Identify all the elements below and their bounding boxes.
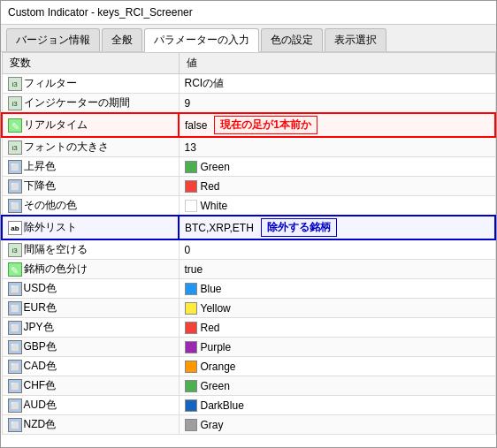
table-row[interactable]: ⬜USD色Blue — [2, 279, 495, 299]
param-value-cell: false現在の足が1本前か — [179, 113, 495, 137]
tab-version[interactable]: バージョン情報 — [6, 28, 100, 51]
param-name-cell: ⬜USD色 — [2, 279, 179, 299]
tab-params[interactable]: パラメーターの入力 — [144, 28, 259, 52]
table-row[interactable]: ⬜JPY色Red — [2, 318, 495, 338]
param-name-label: CAD色 — [24, 359, 57, 374]
param-name-label: 間隔を空ける — [24, 242, 88, 257]
param-value-label: 0 — [185, 244, 191, 256]
param-value-label: Yellow — [201, 302, 231, 315]
tab-display[interactable]: 表示選択 — [325, 28, 386, 51]
param-icon-i3: i3 — [8, 96, 22, 110]
table-row[interactable]: ✎リアルタイムfalse現在の足が1本前か — [2, 113, 495, 137]
param-value-cell: Yellow — [179, 299, 495, 318]
color-swatch — [185, 302, 197, 315]
param-name-label: USD色 — [24, 281, 57, 296]
tab-all[interactable]: 全般 — [102, 28, 142, 51]
param-value-cell: Blue — [179, 279, 495, 299]
param-icon-monitor: ⬜ — [8, 199, 22, 213]
table-row[interactable]: ⬜EUR色Yellow — [2, 299, 495, 318]
param-name-label: AUD色 — [24, 398, 57, 413]
param-value-label: Purple — [201, 341, 232, 353]
table-wrapper: 変数 値 i3フィルターRCIの値i3インジケーターの期間9✎リアルタイムfal… — [1, 52, 496, 447]
table-row[interactable]: ab除外リストBTC,XRP,ETH除外する銘柄 — [2, 216, 495, 239]
table-row[interactable]: ⬜GBP色Purple — [2, 338, 495, 357]
param-icon-monitor: ⬜ — [8, 321, 22, 335]
param-icon-monitor: ⬜ — [8, 399, 22, 413]
param-name-cell: ab除外リスト — [2, 216, 179, 239]
table-row[interactable]: ⬜CAD色Orange — [2, 357, 495, 376]
param-name-cell: ⬜CAD色 — [2, 357, 179, 376]
table-row[interactable]: i3間隔を空ける0 — [2, 239, 495, 260]
param-name-cell: ⬜上昇色 — [2, 157, 179, 177]
col-header-val: 値 — [179, 53, 495, 74]
param-name-label: NZD色 — [24, 417, 57, 432]
param-name-label: 銘柄の色分け — [24, 262, 88, 277]
table-row[interactable]: ⬜その他の色White — [2, 196, 495, 216]
param-icon-pencil: ✎ — [8, 262, 22, 277]
param-value-label: true — [185, 263, 203, 276]
param-icon-i3: i3 — [8, 77, 22, 91]
color-swatch — [185, 200, 197, 212]
param-value-cell: Purple — [179, 338, 495, 357]
param-icon-monitor: ⬜ — [8, 179, 22, 194]
param-value-label: Green — [201, 380, 230, 392]
param-value-label: RCIの値 — [185, 76, 225, 91]
color-swatch — [185, 322, 197, 334]
param-name-label: EUR色 — [24, 300, 57, 315]
main-content: 変数 値 i3フィルターRCIの値i3インジケーターの期間9✎リアルタイムfal… — [1, 52, 496, 447]
param-name-label: 除外リスト — [24, 220, 77, 235]
param-name-cell: i3間隔を空ける — [2, 239, 179, 260]
table-row[interactable]: ✎銘柄の色分けtrue — [2, 260, 495, 279]
param-name-label: GBP色 — [24, 339, 57, 354]
tab-color[interactable]: 色の設定 — [261, 28, 323, 51]
param-value-cell: Green — [179, 376, 495, 396]
param-name-cell: i3インジケーターの期間 — [2, 94, 179, 114]
param-value-cell: Green — [179, 157, 495, 177]
param-value-label: Blue — [201, 283, 222, 295]
param-value-cell: 13 — [179, 137, 495, 157]
param-name-cell: ⬜下降色 — [2, 177, 179, 196]
table-row[interactable]: ⬜NZD色Gray — [2, 415, 495, 435]
param-icon-i3: i3 — [8, 243, 22, 257]
param-value-cell: RCIの値 — [179, 74, 495, 94]
params-table: 変数 値 i3フィルターRCIの値i3インジケーターの期間9✎リアルタイムfal… — [1, 52, 496, 435]
color-swatch — [185, 341, 197, 353]
table-row[interactable]: ⬜AUD色DarkBlue — [2, 396, 495, 415]
param-value-label: BTC,XRP,ETH — [185, 222, 254, 234]
param-value-cell: Red — [179, 177, 495, 196]
color-swatch — [185, 161, 197, 173]
param-name-label: 上昇色 — [24, 159, 56, 174]
color-swatch — [185, 399, 197, 412]
table-row[interactable]: ⬜上昇色Green — [2, 157, 495, 177]
param-value-cell: 0 — [179, 239, 495, 260]
param-name-cell: i3フォントの大きさ — [2, 137, 179, 157]
table-row[interactable]: i3フォントの大きさ13 — [2, 137, 495, 157]
param-value-cell: Orange — [179, 357, 495, 376]
param-icon-pencil: ✎ — [8, 118, 22, 133]
param-name-cell: ⬜GBP色 — [2, 338, 179, 357]
param-value-label: 13 — [185, 141, 196, 154]
table-row[interactable]: ⬜下降色Red — [2, 177, 495, 196]
param-name-label: その他の色 — [24, 198, 77, 213]
color-swatch — [185, 180, 197, 193]
param-icon-monitor: ⬜ — [8, 282, 22, 296]
table-row[interactable]: ⬜CHF色Green — [2, 376, 495, 396]
annotation-callout: 現在の足が1本前か — [214, 116, 317, 134]
tab-bar: バージョン情報全般パラメーターの入力色の設定表示選択 — [1, 25, 496, 52]
table-row[interactable]: i3フィルターRCIの値 — [2, 74, 495, 94]
color-swatch — [185, 283, 197, 295]
param-value-label: Green — [201, 161, 230, 173]
param-value-label: Red — [201, 180, 220, 193]
param-value-cell: true — [179, 260, 495, 279]
param-icon-ab: ab — [8, 221, 22, 235]
param-value-label: 9 — [185, 97, 191, 110]
table-row[interactable]: i3インジケーターの期間9 — [2, 94, 495, 114]
param-value-cell: DarkBlue — [179, 396, 495, 415]
param-name-label: CHF色 — [24, 378, 57, 393]
color-swatch — [185, 380, 197, 392]
param-value-cell: White — [179, 196, 495, 216]
param-icon-monitor: ⬜ — [8, 360, 22, 374]
window-title: Custom Indicator - keys_RCI_Screener — [8, 6, 193, 19]
param-name-cell: i3フィルター — [2, 74, 179, 94]
param-name-cell: ⬜EUR色 — [2, 299, 179, 318]
